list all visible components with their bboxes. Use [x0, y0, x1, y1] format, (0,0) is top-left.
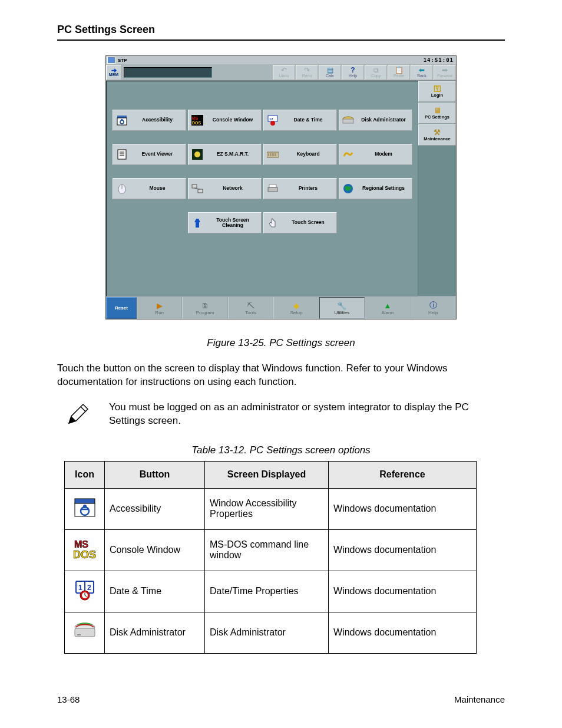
- maintenance-button[interactable]: ⚒ Maintenance: [418, 124, 456, 146]
- work-area: Accessibility MSDOS Console Window 12 Da…: [106, 81, 418, 297]
- program-icon: 🗎: [201, 301, 209, 310]
- calc-button[interactable]: ▤Calc: [319, 65, 341, 80]
- accessibility-icon: [115, 114, 128, 127]
- readout-display: [124, 67, 212, 78]
- reset-button[interactable]: Reset: [106, 297, 137, 319]
- title-label: STP: [118, 58, 127, 63]
- event-viewer-label: Event Viewer: [132, 151, 183, 157]
- mem-button[interactable]: ➔ MEM: [106, 65, 121, 80]
- note-text: You must be logged on as an administrato…: [109, 401, 505, 428]
- event-viewer-button[interactable]: Event Viewer: [113, 144, 186, 165]
- disk-admin-icon: [342, 114, 355, 127]
- network-label: Network: [207, 186, 259, 191]
- titlebar: STP 14:51:01: [106, 56, 456, 64]
- redo-button[interactable]: ↷Redo: [296, 65, 318, 80]
- ez-smart-icon: [191, 148, 204, 161]
- help-button[interactable]: ?Help: [342, 65, 364, 80]
- taskbar-help-button[interactable]: ⓘHelp: [411, 297, 456, 319]
- setup-label: Setup: [290, 310, 303, 315]
- pc-settings-icon: 🖥: [434, 107, 441, 114]
- modem-label: Modem: [358, 151, 409, 157]
- screenshot-window: STP 14:51:01 ➔ MEM ↶Undo ↷Redo ▤Calc ?He…: [105, 55, 457, 319]
- svg-rect-28: [198, 189, 203, 193]
- tools-button[interactable]: ⛏Tools: [228, 297, 273, 319]
- mouse-label: Mouse: [132, 186, 183, 191]
- forward-label: Forward: [437, 74, 452, 78]
- bottom-taskbar: Reset ▶Run 🗎Program ⛏Tools ◆Setup 🔧Utili…: [106, 297, 456, 319]
- row2-icon-cell: 12: [65, 571, 105, 612]
- setup-button[interactable]: ◆Setup: [273, 297, 319, 319]
- touch-screen-button[interactable]: Touch Screen: [263, 212, 337, 233]
- redo-label: Redo: [302, 74, 312, 78]
- run-icon: ▶: [157, 301, 163, 310]
- svg-point-9: [270, 121, 275, 126]
- touch-screen-cleaning-button[interactable]: Touch Screen Cleaning: [188, 212, 262, 233]
- regional-settings-button[interactable]: Regional Settings: [339, 178, 412, 199]
- table-row: MSDOS Console Window MS-DOS command line…: [65, 529, 477, 571]
- date-time-button[interactable]: 12 Date & Time: [263, 110, 337, 131]
- back-button[interactable]: ⬅Back: [411, 65, 433, 80]
- touch-cleaning-label: Touch Screen Cleaning: [207, 218, 259, 229]
- utilities-icon: 🔧: [337, 301, 346, 310]
- disk-administrator-button[interactable]: Disk Administrator: [339, 110, 412, 131]
- program-button[interactable]: 🗎Program: [182, 297, 227, 319]
- ez-smart-button[interactable]: EZ S.M.A.R.T.: [188, 144, 262, 165]
- accessibility-label: Accessibility: [132, 117, 183, 123]
- msdos-icon: MSDOS: [191, 114, 204, 127]
- login-label: Login: [431, 93, 443, 98]
- svg-rect-27: [192, 185, 197, 188]
- network-button[interactable]: Network: [188, 178, 262, 199]
- undo-button[interactable]: ↶Undo: [273, 65, 295, 80]
- row0-button: Accessibility: [105, 488, 205, 529]
- utilities-label: Utilities: [335, 310, 350, 315]
- svg-rect-38: [75, 499, 95, 503]
- svg-rect-0: [117, 116, 127, 118]
- pc-settings-button[interactable]: 🖥 PC Settings: [418, 103, 456, 124]
- forward-button[interactable]: ➡Forward: [434, 65, 456, 80]
- top-toolbar: ➔ MEM ↶Undo ↷Redo ▤Calc ?Help ⧉Copy 📋Pas…: [106, 64, 456, 81]
- date-time-label: Date & Time: [283, 117, 334, 123]
- th-icon: Icon: [65, 461, 105, 488]
- copy-button[interactable]: ⧉Copy: [365, 65, 387, 80]
- printers-button[interactable]: Printers: [263, 178, 337, 199]
- svg-text:2: 2: [87, 584, 91, 592]
- footer-page-number: 13-68: [57, 694, 80, 704]
- console-window-label: Console Window: [207, 117, 259, 123]
- row0-icon-cell: [65, 488, 105, 529]
- alarm-button[interactable]: ▲Alarm: [365, 297, 410, 319]
- pc-settings-table: Icon Button Screen Displayed Reference A…: [64, 461, 477, 654]
- app-grid: Accessibility MSDOS Console Window 12 Da…: [107, 110, 418, 233]
- clock-readout: 14:51:01: [424, 57, 454, 63]
- svg-rect-13: [118, 150, 126, 159]
- redo-icon: ↷: [304, 67, 310, 74]
- accessibility-button[interactable]: Accessibility: [113, 110, 186, 131]
- run-button[interactable]: ▶Run: [137, 297, 182, 319]
- maintenance-icon: ⚒: [434, 129, 441, 136]
- console-window-button[interactable]: MSDOS Console Window: [188, 110, 262, 131]
- tools-icon: ⛏: [247, 301, 254, 310]
- login-button[interactable]: ⚿ Login: [418, 81, 456, 102]
- pencil-note-icon: [65, 401, 91, 427]
- svg-text:DOS: DOS: [192, 121, 201, 125]
- paste-button[interactable]: 📋Paste: [388, 65, 410, 80]
- svg-rect-31: [268, 187, 277, 192]
- help-icon: ?: [351, 67, 355, 74]
- copy-icon: ⧉: [373, 67, 379, 74]
- row3-screen: Disk Administrator: [205, 612, 329, 653]
- side-panel: ⚿ Login 🖥 PC Settings ⚒ Maintenance: [418, 81, 456, 297]
- printers-icon: [266, 182, 279, 195]
- page-heading: PC Settings Screen: [57, 24, 505, 36]
- date-time-icon: 12: [266, 114, 279, 127]
- row2-screen: Date/Time Properties: [205, 571, 329, 612]
- svg-rect-30: [269, 185, 276, 187]
- maintenance-label: Maintenance: [424, 136, 450, 141]
- mouse-button[interactable]: Mouse: [113, 178, 186, 199]
- printers-label: Printers: [283, 186, 334, 191]
- modem-button[interactable]: Modem: [339, 144, 412, 165]
- row3-ref: Windows documentation: [329, 612, 477, 653]
- keyboard-button[interactable]: Keyboard: [263, 144, 337, 165]
- utilities-button[interactable]: 🔧Utilities: [319, 297, 365, 319]
- row1-button: Console Window: [105, 529, 205, 571]
- svg-rect-33: [196, 222, 199, 228]
- system-menu-icon[interactable]: [107, 57, 115, 64]
